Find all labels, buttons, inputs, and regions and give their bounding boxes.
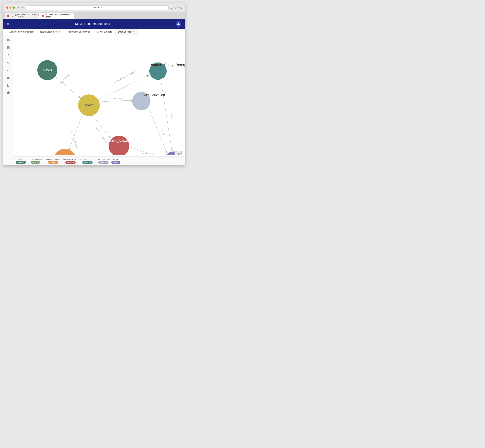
add-tab-button[interactable]: + xyxy=(138,29,144,35)
chevron-down-icon-2: ▼ xyxy=(37,161,39,163)
browser-window: ‹ › localhost ⤓ ⎋ + ⧉ 🔴 neo4j@bolt://loc… xyxy=(3,3,185,165)
address-bar[interactable]: localhost xyxy=(26,6,168,10)
legend-item-ner: Named_Entity_R... (label) ▼ xyxy=(79,158,95,164)
legend-bar: News (label) ▼ Text_Classification label… xyxy=(13,156,185,165)
sidebar xyxy=(3,35,13,165)
sidebar-icon-save[interactable] xyxy=(6,46,10,50)
edge-summarizing xyxy=(97,100,132,102)
node-qa-label1: Question_Answering xyxy=(105,139,133,143)
app-body: Text_Classifying Named_Entity_Recognizin… xyxy=(3,35,185,165)
node-summarization-label: Summarization xyxy=(143,93,165,97)
graph-controls: ⛶ 🔒 xyxy=(175,151,183,155)
app-header: ☰ Movie Recommendations xyxy=(3,19,185,29)
edge-label-merge-qa: Merge xyxy=(142,152,148,155)
chevron-down-icon: ▼ xyxy=(23,161,25,163)
back-button[interactable]: ‹ xyxy=(17,6,20,9)
node-news-label: News xyxy=(43,68,52,72)
legend-item-textclass: Text_Classification label ▼ xyxy=(28,158,43,164)
chevron-down-icon-7: ▼ xyxy=(117,161,119,163)
sidebar-icon-settings[interactable] xyxy=(6,38,10,42)
sidebar-icon-document[interactable] xyxy=(6,83,10,87)
legend-label-summarization: Summarization xyxy=(97,158,110,160)
chevron-down-icon-6: ▼ xyxy=(105,161,107,163)
legend-label-textclass: Text_Classification xyxy=(28,158,43,160)
legend-label-ner: Named_Entity_R... xyxy=(79,158,95,160)
edge-merge-summarization xyxy=(149,109,167,154)
legend-label-sentiment: Sentiment_Analysis xyxy=(45,158,62,160)
legend-label-qa: Question_Answ... xyxy=(63,158,78,160)
chevron-down-icon-5: ▼ xyxy=(89,161,91,163)
graph-canvas[interactable]: Text_Classifying Named_Entity_Recognizin… xyxy=(13,35,185,165)
app-tab-bar: All news from Screenrant News about movi… xyxy=(3,29,185,35)
expand-icon[interactable]: ⛶ xyxy=(175,151,178,155)
close-button[interactable] xyxy=(6,7,8,9)
legend-pill-sentiment[interactable]: (label) ▼ xyxy=(48,161,58,164)
legend-pill-news-label: (label) xyxy=(17,161,23,163)
browser-tab-bar: 🔴 neo4j@bolt://localhost:7687/neo4j – Ne… xyxy=(3,12,185,19)
chevron-down-icon-4: ▼ xyxy=(73,161,74,163)
edge-label-merge-summarization: Merge xyxy=(161,129,165,136)
legend-pill-news[interactable]: (label) ▼ xyxy=(16,161,26,164)
browser-titlebar: ‹ › localhost ⤓ ⎋ + ⧉ xyxy=(3,3,185,12)
browser-nav-controls: ‹ › xyxy=(17,6,24,9)
sidebar-toggle-icon[interactable]: ⧉ xyxy=(180,6,182,9)
tab-all-news[interactable]: All news from Screenrant xyxy=(6,29,37,35)
app-title: Movie Recommendations xyxy=(10,22,176,26)
legend-pill-textclass-label: label xyxy=(32,161,36,163)
legend-item-news: News (label) ▼ xyxy=(16,158,26,164)
legend-item-neo4j: Neo4j label ▼ xyxy=(111,158,120,164)
legend-pill-summarization-label: (label) xyxy=(100,161,105,163)
download-icon[interactable]: ⤓ xyxy=(171,6,173,9)
sidebar-icon-puzzle[interactable] xyxy=(6,76,10,80)
share-icon[interactable]: ⎋ xyxy=(174,6,176,9)
user-avatar[interactable] xyxy=(176,21,181,27)
chevron-down-icon-3: ▼ xyxy=(55,161,57,163)
sidebar-icon-share[interactable] xyxy=(6,61,10,65)
node-health1-label: health xyxy=(84,103,94,107)
legend-pill-ner-label: (label) xyxy=(84,161,89,163)
edge-text-classifying xyxy=(54,75,81,98)
forward-button[interactable]: › xyxy=(21,6,24,9)
legend-label-neo4j: Neo4j xyxy=(113,158,118,160)
traffic-lights xyxy=(6,7,15,9)
edge-label-text-classifying: Text_Classifying xyxy=(59,72,71,85)
edge-label-merge-ner: Merge xyxy=(170,113,173,119)
legend-pill-ner[interactable]: (label) ▼ xyxy=(82,161,92,164)
node-qa[interactable] xyxy=(109,136,129,155)
legend-pill-neo4j-label: label xyxy=(113,161,117,163)
edge-label-ner: Named_Entity_Recognizing xyxy=(113,70,136,84)
browser-tab-neo4j[interactable]: 🔴 neo4j@bolt://localhost:7687/neo4j – Ne… xyxy=(5,13,39,19)
node-ner-label: Named_Entity_Recognizer xyxy=(150,63,185,67)
tab-data-lineage[interactable]: Data Lineage ✕ xyxy=(115,29,138,35)
sidebar-icon-chart[interactable] xyxy=(6,68,10,72)
menu-button[interactable]: ☰ xyxy=(7,22,10,26)
legend-item-sentiment: Sentiment_Analysis (label) ▼ xyxy=(45,158,62,164)
lock-icon[interactable]: 🔒 xyxy=(179,151,183,155)
legend-pill-textclass[interactable]: label ▼ xyxy=(31,161,40,164)
tab-close-icon[interactable]: ✕ xyxy=(133,31,135,33)
legend-item-qa: Question_Answ... (label) ▼ xyxy=(63,158,78,164)
legend-pill-sentiment-label: (label) xyxy=(49,161,55,163)
legend-item-summarization: Summarization (label) ▼ xyxy=(97,158,110,164)
tab-recommendable[interactable]: Recommendable movies xyxy=(63,29,94,35)
maximize-button[interactable] xyxy=(13,7,15,9)
tab-news-movies[interactable]: News about movies xyxy=(37,29,63,35)
legend-pill-neo4j[interactable]: label ▼ xyxy=(111,161,120,164)
sidebar-icon-download[interactable] xyxy=(6,53,10,57)
tab-movies-casts[interactable]: Movies & Casts xyxy=(94,29,115,35)
legend-pill-qa-label: (label) xyxy=(67,161,72,163)
edge-label-sentiment: Sentiment_Analysis xyxy=(70,131,78,148)
browser-tab-neodash[interactable]: 🔴 NeoDash – Neo4j Dashboard Builder xyxy=(39,13,74,19)
node-sentiment[interactable] xyxy=(54,149,76,155)
minimize-button[interactable] xyxy=(9,7,12,9)
legend-pill-summarization[interactable]: (label) ▼ xyxy=(98,161,108,164)
browser-actions: ⤓ ⎋ + ⧉ xyxy=(171,6,182,9)
sidebar-icon-info[interactable] xyxy=(6,91,10,95)
new-tab-icon[interactable]: + xyxy=(177,6,179,9)
graph-svg: Text_Classifying Named_Entity_Recognizin… xyxy=(13,35,185,155)
edge-label-summarizing: Summarizing xyxy=(110,97,122,100)
legend-pill-qa[interactable]: (label) ▼ xyxy=(65,161,76,164)
legend-label-news: News xyxy=(18,158,23,160)
